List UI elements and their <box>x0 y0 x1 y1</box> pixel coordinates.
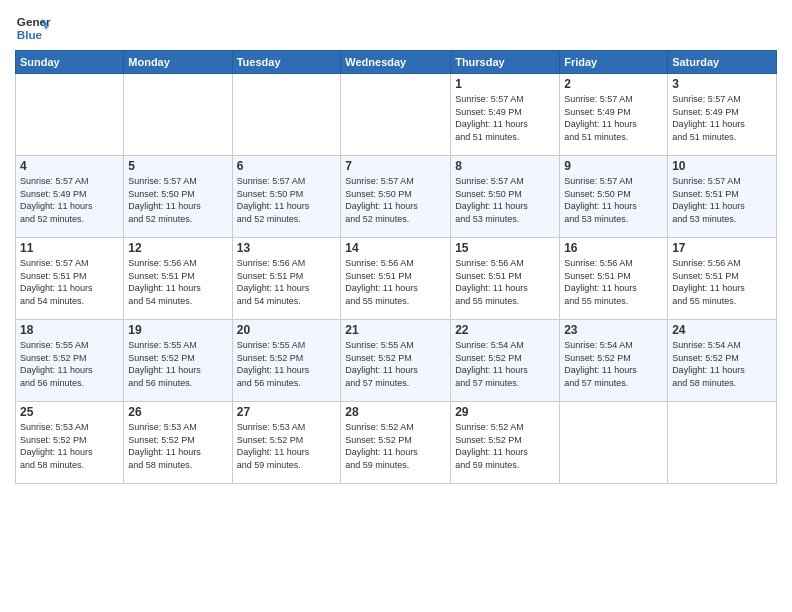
day-cell: 29Sunrise: 5:52 AM Sunset: 5:52 PM Dayli… <box>451 402 560 484</box>
day-cell <box>560 402 668 484</box>
day-number: 13 <box>237 241 337 255</box>
column-header-saturday: Saturday <box>668 51 777 74</box>
week-row-3: 11Sunrise: 5:57 AM Sunset: 5:51 PM Dayli… <box>16 238 777 320</box>
day-info: Sunrise: 5:57 AM Sunset: 5:50 PM Dayligh… <box>345 175 446 225</box>
day-number: 19 <box>128 323 227 337</box>
calendar-table: SundayMondayTuesdayWednesdayThursdayFrid… <box>15 50 777 484</box>
day-cell: 6Sunrise: 5:57 AM Sunset: 5:50 PM Daylig… <box>232 156 341 238</box>
day-number: 27 <box>237 405 337 419</box>
day-info: Sunrise: 5:56 AM Sunset: 5:51 PM Dayligh… <box>345 257 446 307</box>
day-cell <box>668 402 777 484</box>
day-number: 10 <box>672 159 772 173</box>
week-row-4: 18Sunrise: 5:55 AM Sunset: 5:52 PM Dayli… <box>16 320 777 402</box>
day-number: 7 <box>345 159 446 173</box>
day-info: Sunrise: 5:57 AM Sunset: 5:51 PM Dayligh… <box>20 257 119 307</box>
header: General Blue <box>15 10 777 46</box>
day-number: 16 <box>564 241 663 255</box>
week-row-1: 1Sunrise: 5:57 AM Sunset: 5:49 PM Daylig… <box>16 74 777 156</box>
day-info: Sunrise: 5:55 AM Sunset: 5:52 PM Dayligh… <box>128 339 227 389</box>
page: General Blue SundayMondayTuesdayWednesda… <box>0 0 792 494</box>
day-cell: 9Sunrise: 5:57 AM Sunset: 5:50 PM Daylig… <box>560 156 668 238</box>
day-number: 4 <box>20 159 119 173</box>
day-info: Sunrise: 5:56 AM Sunset: 5:51 PM Dayligh… <box>237 257 337 307</box>
day-cell: 16Sunrise: 5:56 AM Sunset: 5:51 PM Dayli… <box>560 238 668 320</box>
day-cell <box>341 74 451 156</box>
day-number: 3 <box>672 77 772 91</box>
header-row: SundayMondayTuesdayWednesdayThursdayFrid… <box>16 51 777 74</box>
day-info: Sunrise: 5:54 AM Sunset: 5:52 PM Dayligh… <box>672 339 772 389</box>
day-cell: 10Sunrise: 5:57 AM Sunset: 5:51 PM Dayli… <box>668 156 777 238</box>
day-info: Sunrise: 5:57 AM Sunset: 5:49 PM Dayligh… <box>672 93 772 143</box>
day-cell <box>124 74 232 156</box>
day-info: Sunrise: 5:56 AM Sunset: 5:51 PM Dayligh… <box>564 257 663 307</box>
column-header-tuesday: Tuesday <box>232 51 341 74</box>
day-cell: 27Sunrise: 5:53 AM Sunset: 5:52 PM Dayli… <box>232 402 341 484</box>
day-info: Sunrise: 5:52 AM Sunset: 5:52 PM Dayligh… <box>345 421 446 471</box>
day-cell <box>232 74 341 156</box>
day-info: Sunrise: 5:52 AM Sunset: 5:52 PM Dayligh… <box>455 421 555 471</box>
column-header-sunday: Sunday <box>16 51 124 74</box>
column-header-thursday: Thursday <box>451 51 560 74</box>
day-cell: 8Sunrise: 5:57 AM Sunset: 5:50 PM Daylig… <box>451 156 560 238</box>
day-cell: 28Sunrise: 5:52 AM Sunset: 5:52 PM Dayli… <box>341 402 451 484</box>
day-cell: 24Sunrise: 5:54 AM Sunset: 5:52 PM Dayli… <box>668 320 777 402</box>
day-cell: 4Sunrise: 5:57 AM Sunset: 5:49 PM Daylig… <box>16 156 124 238</box>
day-info: Sunrise: 5:57 AM Sunset: 5:49 PM Dayligh… <box>564 93 663 143</box>
day-info: Sunrise: 5:57 AM Sunset: 5:49 PM Dayligh… <box>455 93 555 143</box>
day-info: Sunrise: 5:55 AM Sunset: 5:52 PM Dayligh… <box>237 339 337 389</box>
day-cell: 5Sunrise: 5:57 AM Sunset: 5:50 PM Daylig… <box>124 156 232 238</box>
day-info: Sunrise: 5:56 AM Sunset: 5:51 PM Dayligh… <box>672 257 772 307</box>
day-number: 6 <box>237 159 337 173</box>
day-number: 14 <box>345 241 446 255</box>
day-cell: 19Sunrise: 5:55 AM Sunset: 5:52 PM Dayli… <box>124 320 232 402</box>
day-number: 9 <box>564 159 663 173</box>
column-header-wednesday: Wednesday <box>341 51 451 74</box>
day-number: 11 <box>20 241 119 255</box>
day-info: Sunrise: 5:54 AM Sunset: 5:52 PM Dayligh… <box>564 339 663 389</box>
week-row-5: 25Sunrise: 5:53 AM Sunset: 5:52 PM Dayli… <box>16 402 777 484</box>
day-info: Sunrise: 5:57 AM Sunset: 5:50 PM Dayligh… <box>128 175 227 225</box>
day-cell: 18Sunrise: 5:55 AM Sunset: 5:52 PM Dayli… <box>16 320 124 402</box>
day-number: 15 <box>455 241 555 255</box>
day-number: 29 <box>455 405 555 419</box>
day-number: 28 <box>345 405 446 419</box>
logo: General Blue <box>15 10 51 46</box>
day-cell: 1Sunrise: 5:57 AM Sunset: 5:49 PM Daylig… <box>451 74 560 156</box>
day-number: 22 <box>455 323 555 337</box>
day-cell: 21Sunrise: 5:55 AM Sunset: 5:52 PM Dayli… <box>341 320 451 402</box>
day-number: 1 <box>455 77 555 91</box>
day-cell: 26Sunrise: 5:53 AM Sunset: 5:52 PM Dayli… <box>124 402 232 484</box>
day-number: 24 <box>672 323 772 337</box>
day-info: Sunrise: 5:57 AM Sunset: 5:50 PM Dayligh… <box>237 175 337 225</box>
day-cell: 2Sunrise: 5:57 AM Sunset: 5:49 PM Daylig… <box>560 74 668 156</box>
day-info: Sunrise: 5:56 AM Sunset: 5:51 PM Dayligh… <box>128 257 227 307</box>
day-number: 12 <box>128 241 227 255</box>
day-cell: 17Sunrise: 5:56 AM Sunset: 5:51 PM Dayli… <box>668 238 777 320</box>
day-info: Sunrise: 5:57 AM Sunset: 5:51 PM Dayligh… <box>672 175 772 225</box>
day-number: 20 <box>237 323 337 337</box>
day-number: 25 <box>20 405 119 419</box>
svg-text:Blue: Blue <box>17 28 43 41</box>
day-cell <box>16 74 124 156</box>
day-info: Sunrise: 5:55 AM Sunset: 5:52 PM Dayligh… <box>20 339 119 389</box>
day-cell: 13Sunrise: 5:56 AM Sunset: 5:51 PM Dayli… <box>232 238 341 320</box>
day-number: 17 <box>672 241 772 255</box>
column-header-monday: Monday <box>124 51 232 74</box>
day-info: Sunrise: 5:54 AM Sunset: 5:52 PM Dayligh… <box>455 339 555 389</box>
day-cell: 14Sunrise: 5:56 AM Sunset: 5:51 PM Dayli… <box>341 238 451 320</box>
day-number: 8 <box>455 159 555 173</box>
day-info: Sunrise: 5:56 AM Sunset: 5:51 PM Dayligh… <box>455 257 555 307</box>
day-number: 26 <box>128 405 227 419</box>
day-cell: 20Sunrise: 5:55 AM Sunset: 5:52 PM Dayli… <box>232 320 341 402</box>
day-cell: 22Sunrise: 5:54 AM Sunset: 5:52 PM Dayli… <box>451 320 560 402</box>
logo-icon: General Blue <box>15 10 51 46</box>
day-number: 5 <box>128 159 227 173</box>
day-info: Sunrise: 5:57 AM Sunset: 5:50 PM Dayligh… <box>564 175 663 225</box>
day-info: Sunrise: 5:57 AM Sunset: 5:50 PM Dayligh… <box>455 175 555 225</box>
day-cell: 12Sunrise: 5:56 AM Sunset: 5:51 PM Dayli… <box>124 238 232 320</box>
column-header-friday: Friday <box>560 51 668 74</box>
day-cell: 3Sunrise: 5:57 AM Sunset: 5:49 PM Daylig… <box>668 74 777 156</box>
day-cell: 23Sunrise: 5:54 AM Sunset: 5:52 PM Dayli… <box>560 320 668 402</box>
day-cell: 11Sunrise: 5:57 AM Sunset: 5:51 PM Dayli… <box>16 238 124 320</box>
week-row-2: 4Sunrise: 5:57 AM Sunset: 5:49 PM Daylig… <box>16 156 777 238</box>
